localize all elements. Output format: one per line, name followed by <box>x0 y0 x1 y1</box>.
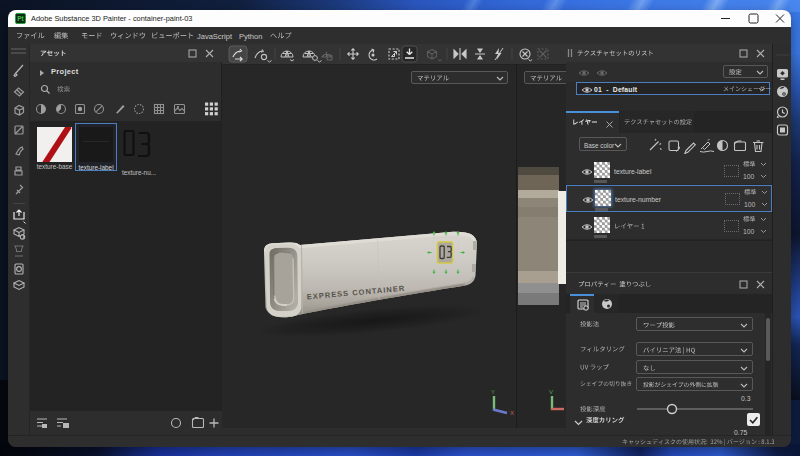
svg-text:X: X <box>510 410 514 416</box>
svg-text:Y: Y <box>491 389 495 395</box>
svg-text:V: V <box>549 389 553 395</box>
